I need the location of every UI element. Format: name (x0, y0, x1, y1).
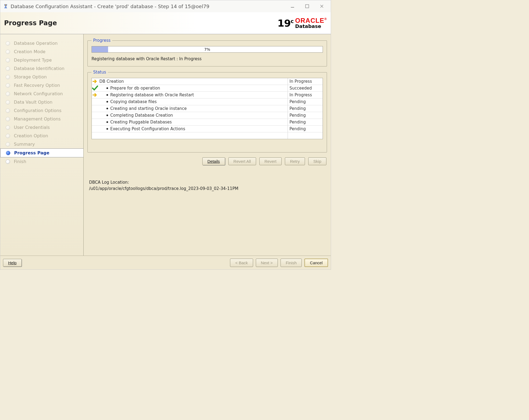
progress-percent: 7% (92, 46, 323, 52)
status-value: Pending (288, 98, 323, 105)
step-label: Progress Page (14, 150, 49, 155)
wizard-step-2: Deployment Type (0, 56, 83, 64)
step-bullet-icon (6, 66, 10, 71)
check-icon (92, 85, 98, 91)
step-label: Data Vault Option (14, 100, 52, 105)
wizard-step-11: Creation Option (0, 132, 83, 140)
step-label: Deployment Type (14, 58, 52, 63)
status-value: Succeeded (288, 85, 323, 91)
status-row: Executing Post Configuration ActionsPend… (92, 126, 323, 132)
status-label: Prepare for db operation (98, 85, 288, 91)
empty-icon (92, 126, 98, 132)
status-value: In Progress (288, 92, 323, 98)
arrow-right-icon (92, 92, 98, 98)
maximize-button[interactable] (301, 2, 313, 10)
wizard-step-7: Data Vault Option (0, 98, 83, 106)
revert-button[interactable]: Revert (259, 157, 282, 165)
step-bullet-icon (6, 58, 10, 62)
status-table: DB CreationIn ProgressPrepare for db ope… (92, 78, 323, 139)
step-label: Finish (14, 159, 26, 164)
wizard-step-4: Storage Option (0, 73, 83, 81)
close-button[interactable] (316, 2, 328, 10)
main-pane: Progress 7% Registering database with Or… (84, 34, 331, 256)
step-label: Creation Mode (14, 49, 45, 54)
bullet-dot-icon (106, 101, 108, 103)
help-button[interactable]: Help (3, 259, 22, 267)
bullet-dot-icon (106, 94, 108, 96)
status-row: Creating and starting Oracle instancePen… (92, 105, 323, 112)
bullet-dot-icon (106, 108, 108, 109)
step-label: Fast Recovery Option (14, 83, 60, 88)
progress-message: Registering database with Oracle Restart… (92, 56, 323, 61)
app-icon (3, 4, 8, 9)
finish-button[interactable]: Finish (281, 259, 302, 267)
progress-legend: Progress (92, 38, 112, 43)
log-path: /u01/app/oracle/cfgtoollogs/dbca/prod/tr… (89, 186, 325, 192)
bullet-dot-icon (106, 87, 108, 89)
log-label: DBCA Log Location: (89, 179, 325, 186)
wizard-step-1: Creation Mode (0, 47, 83, 56)
window-title: Database Configuration Assistant - Creat… (11, 4, 284, 9)
svg-rect-0 (291, 7, 294, 8)
cancel-button[interactable]: Cancel (304, 259, 328, 267)
step-bullet-icon (6, 75, 10, 79)
step-label: User Credentials (14, 125, 50, 130)
svg-rect-1 (306, 5, 309, 8)
wizard-step-5: Fast Recovery Option (0, 81, 83, 90)
status-label: Executing Post Configuration Actions (98, 126, 288, 132)
wizard-step-14: Finish (0, 157, 83, 166)
retry-button[interactable]: Retry (285, 157, 305, 165)
step-label: Creation Option (14, 133, 48, 138)
wizard-step-9: Management Options (0, 115, 83, 123)
step-bullet-icon (6, 142, 10, 147)
brand-logo: 19c ORACLE® Database (278, 17, 327, 29)
step-bullet-icon (6, 92, 10, 96)
bullet-dot-icon (106, 121, 108, 123)
wizard-step-13: Progress Page (0, 148, 84, 157)
brand-version: 19 (278, 18, 291, 29)
arrow-right-icon (92, 78, 98, 85)
bullet-dot-icon (106, 128, 108, 130)
progress-bar: 7% (92, 46, 323, 53)
wizard-step-12: Summary (0, 140, 83, 148)
bullet-dot-icon (106, 114, 108, 116)
content-area: Database OperationCreation ModeDeploymen… (0, 34, 331, 256)
status-row: Registering database with Oracle Restart… (92, 92, 323, 98)
title-bar: Database Configuration Assistant - Creat… (0, 0, 331, 12)
details-button[interactable]: Details (202, 157, 225, 165)
status-group: Status DB CreationIn ProgressPrepare for… (87, 70, 327, 152)
status-row: Prepare for db operationSucceeded (92, 85, 323, 92)
wizard-step-6: Network Configuration (0, 90, 83, 98)
wizard-step-8: Configuration Options (0, 106, 83, 115)
status-label: DB Creation (98, 78, 288, 85)
status-value: Pending (288, 126, 323, 132)
status-legend: Status (92, 70, 108, 75)
header-bar: Progress Page 19c ORACLE® Database (0, 12, 331, 34)
wizard-sidebar: Database OperationCreation ModeDeploymen… (0, 34, 84, 256)
step-bullet-icon (6, 125, 10, 130)
minimize-button[interactable] (286, 2, 299, 10)
revert-all-button[interactable]: Revert All (228, 157, 256, 165)
status-value: In Progress (288, 78, 323, 85)
back-button[interactable]: < Back (230, 259, 253, 267)
status-row: Completing Database CreationPending (92, 112, 323, 119)
main-window: Database Configuration Assistant - Creat… (0, 0, 331, 270)
step-bullet-icon (6, 50, 10, 54)
status-row: Creating Pluggable DatabasesPending (92, 119, 323, 126)
empty-icon (92, 98, 98, 105)
brand-version-suffix: c (291, 18, 294, 24)
status-label: Creating and starting Oracle instance (98, 105, 288, 112)
page-title: Progress Page (4, 19, 57, 27)
status-value: Pending (288, 105, 323, 112)
step-bullet-icon (6, 160, 10, 164)
log-area: DBCA Log Location: /u01/app/oracle/cfgto… (87, 179, 327, 192)
wizard-step-10: User Credentials (0, 123, 83, 132)
next-button[interactable]: Next > (256, 259, 278, 267)
status-value: Pending (288, 119, 323, 125)
skip-button[interactable]: Skip (308, 157, 326, 165)
wizard-step-0: Database Operation (0, 39, 83, 47)
status-label: Copying database files (98, 98, 288, 105)
step-label: Network Configuration (14, 91, 63, 96)
step-bullet-icon (6, 100, 10, 104)
wizard-step-3: Database Identification (0, 64, 83, 73)
